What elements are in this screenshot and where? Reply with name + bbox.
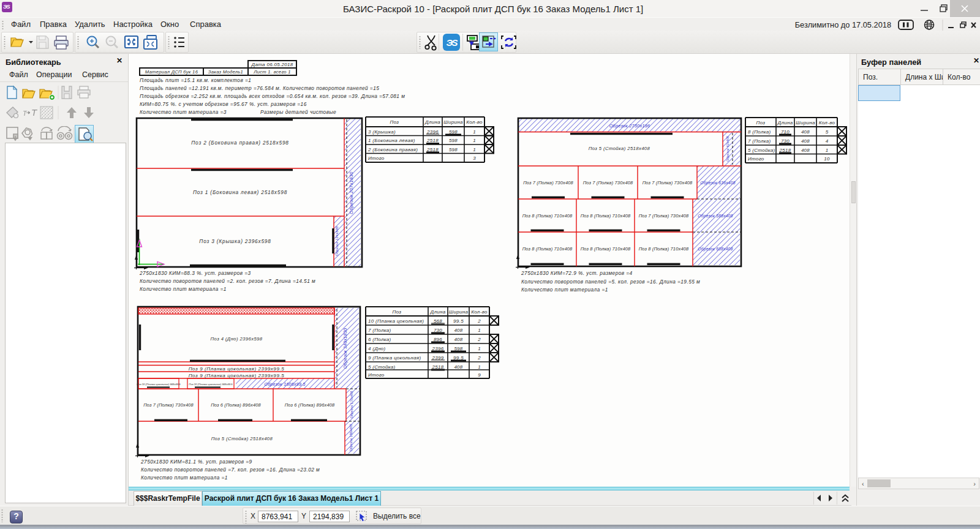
svg-text:Количество поворотов панелей =: Количество поворотов панелей =2. кол. ре… bbox=[140, 278, 315, 284]
svg-text:408: 408 bbox=[801, 138, 810, 144]
svg-text:Обрезок 608х408: Обрезок 608х408 bbox=[698, 247, 733, 252]
svg-text:Поз 8 (Полка) 710х408: Поз 8 (Полка) 710х408 bbox=[581, 213, 631, 219]
svg-text:ЭS: ЭS bbox=[447, 37, 458, 48]
svg-text:Количество плит материала =1: Количество плит материала =1 bbox=[140, 286, 227, 292]
svg-text:Кол-во: Кол-во bbox=[819, 120, 835, 126]
svg-text:Обрезок 636х408: Обрезок 636х408 bbox=[700, 181, 736, 186]
svg-text:Поз 8 (Полка) 710х408: Поз 8 (Полка) 710х408 bbox=[522, 213, 573, 219]
svg-text:730: 730 bbox=[781, 138, 790, 144]
svg-text:Кол-во: Кол-во bbox=[471, 309, 488, 315]
svg-text:5 (Стойка): 5 (Стойка) bbox=[748, 148, 775, 153]
svg-text:598: 598 bbox=[454, 346, 462, 351]
svg-text:2: 2 bbox=[477, 355, 481, 361]
svg-text:1: 1 bbox=[478, 328, 481, 333]
svg-text:9 (Планка цокольная): 9 (Планка цокольная) bbox=[368, 355, 421, 361]
svg-text:1: 1 bbox=[473, 147, 476, 152]
svg-text:Обрезок 134х598: Обрезок 134х598 bbox=[335, 226, 339, 256]
svg-text:1: 1 bbox=[473, 138, 476, 143]
svg-text:Обрезок 186х408: Обрезок 186х408 bbox=[349, 424, 353, 452]
svg-text:2518: 2518 bbox=[432, 364, 444, 370]
svg-text:Обрезок 1606х99.5: Обрезок 1606х99.5 bbox=[264, 382, 305, 387]
svg-text:7 (Полка): 7 (Полка) bbox=[748, 138, 771, 144]
svg-text:896: 896 bbox=[434, 337, 442, 342]
svg-text:Поз 2 (Боковина правая) 2518х5: Поз 2 (Боковина правая) 2518х598 bbox=[191, 140, 288, 146]
svg-text:Поз 6 (Полка) 896х408: Поз 6 (Полка) 896х408 bbox=[211, 402, 261, 408]
svg-text:2: 2 bbox=[477, 337, 481, 342]
svg-text:Длина: Длина bbox=[777, 120, 793, 126]
svg-text:Поз 7 (Полка) 730х408: Поз 7 (Полка) 730х408 bbox=[643, 180, 693, 186]
svg-text:Поз 7 (Полка) 730х408: Поз 7 (Полка) 730х408 bbox=[583, 180, 633, 186]
svg-text:Поз 7 (Полка) 730х408: Поз 7 (Полка) 730х408 bbox=[639, 213, 689, 219]
svg-text:1 (Боковина левая): 1 (Боковина левая) bbox=[368, 138, 415, 143]
svg-text:Обрезок 207х1830: Обрезок 207х1830 bbox=[349, 171, 354, 214]
svg-text:Поз 6 (Полка) 896х408: Поз 6 (Полка) 896х408 bbox=[285, 402, 335, 408]
svg-text:Ширина: Ширина bbox=[449, 309, 469, 315]
svg-text:Поз 8 (Полка) 710х408: Поз 8 (Полка) 710х408 bbox=[581, 246, 631, 252]
svg-text:Материал ДСП бук 16: Материал ДСП бук 16 bbox=[145, 69, 198, 75]
svg-text:10 (Планка цокольная): 10 (Планка цокольная) bbox=[368, 318, 424, 324]
svg-text:Кол-во: Кол-во bbox=[466, 119, 483, 125]
svg-text:2750х1830 КИМ=88.3 %. уст. раз: 2750х1830 КИМ=88.3 %. уст. размеров =3 bbox=[139, 270, 251, 276]
svg-text:730: 730 bbox=[434, 328, 442, 333]
svg-text:Количество плит материала =1: Количество плит материала =1 bbox=[521, 287, 608, 293]
svg-text:Количество плит материала =1: Количество плит материала =1 bbox=[141, 475, 228, 481]
svg-text:4: 4 bbox=[826, 138, 829, 144]
svg-text:Поз 8 (Полка) 710х408: Поз 8 (Полка) 710х408 bbox=[522, 246, 573, 252]
svg-text:598: 598 bbox=[449, 138, 458, 143]
svg-text:Площадь обрезков =2.252 кв.м.: Площадь обрезков =2.252 кв.м. площадь вс… bbox=[140, 93, 405, 99]
svg-text:2396: 2396 bbox=[426, 129, 439, 135]
svg-text:Поз 10 (Планка цокольная) 568х: Поз 10 (Планка цокольная) 568х99.5 bbox=[189, 383, 233, 386]
svg-text:408: 408 bbox=[454, 328, 462, 333]
svg-text:598: 598 bbox=[449, 147, 458, 152]
svg-text:1: 1 bbox=[478, 364, 481, 370]
svg-text:99.5: 99.5 bbox=[453, 355, 464, 361]
svg-text:2399: 2399 bbox=[432, 355, 444, 361]
svg-text:408: 408 bbox=[801, 148, 810, 153]
svg-text:568: 568 bbox=[434, 318, 442, 324]
svg-text:T: T bbox=[31, 107, 38, 118]
svg-text:Поз: Поз bbox=[393, 309, 402, 315]
svg-text:Количество поворотов панелей =: Количество поворотов панелей =7. кол. ре… bbox=[141, 467, 320, 473]
svg-text:Длина: Длина bbox=[424, 119, 440, 125]
svg-text:Обрезок 588х408: Обрезок 588х408 bbox=[698, 214, 733, 219]
svg-text:2750х1830 КИМ=81.1 %. уст. раз: 2750х1830 КИМ=81.1 %. уст. размеров =9 bbox=[140, 459, 252, 465]
svg-text:Количество поворотов панелей =: Количество поворотов панелей =5. кол. ре… bbox=[521, 279, 700, 285]
svg-text:3: 3 bbox=[473, 156, 476, 161]
svg-text:2: 2 bbox=[477, 318, 481, 324]
svg-text:T: T bbox=[23, 110, 28, 117]
svg-text:Дата 06.05.2018: Дата 06.05.2018 bbox=[251, 62, 293, 67]
svg-text:2750х1830 КИМ=72.9 %. уст. раз: 2750х1830 КИМ=72.9 %. уст. размеров =4 bbox=[521, 270, 633, 276]
svg-text:Лист 1. всего 1: Лист 1. всего 1 bbox=[253, 69, 291, 75]
svg-text:408: 408 bbox=[454, 364, 462, 370]
svg-text:Поз 10 (Планка цокольная) 568х: Поз 10 (Планка цокольная) 568х99.5 bbox=[137, 383, 181, 386]
svg-text:Длина: Длина bbox=[430, 309, 446, 315]
svg-text:408: 408 bbox=[801, 129, 810, 135]
svg-text:Поз: Поз bbox=[756, 120, 766, 126]
svg-text:6 (Полка): 6 (Полка) bbox=[368, 337, 391, 342]
svg-text:Итого: Итого bbox=[748, 156, 764, 162]
svg-text:1: 1 bbox=[478, 346, 481, 351]
svg-text:Площадь панелей =12.191 кв.м.: Площадь панелей =12.191 кв.м. периметр =… bbox=[140, 85, 379, 91]
svg-text:Поз 9 (Планка цокольная) 2399х: Поз 9 (Планка цокольная) 2399х99.5 bbox=[189, 366, 285, 372]
svg-text:1: 1 bbox=[826, 148, 829, 153]
svg-text:2518: 2518 bbox=[779, 148, 791, 153]
svg-text:Поз 3 (Крышка) 2396х598: Поз 3 (Крышка) 2396х598 bbox=[199, 238, 271, 244]
svg-text:2396: 2396 bbox=[432, 346, 444, 351]
svg-text:Размеры деталей чистовые: Размеры деталей чистовые bbox=[260, 109, 336, 115]
svg-text:9: 9 bbox=[478, 372, 481, 378]
svg-text:Площадь плит =15.1 кв.м. компл: Площадь плит =15.1 кв.м. комплектов =1 bbox=[140, 77, 251, 83]
svg-text:408: 408 bbox=[454, 337, 462, 342]
svg-text:2518: 2518 bbox=[426, 147, 439, 152]
svg-text:8 (Полка): 8 (Полка) bbox=[748, 129, 771, 135]
svg-text:Обрезок 340х1830: Обрезок 340х1830 bbox=[342, 328, 348, 369]
svg-text:5: 5 bbox=[826, 129, 829, 135]
svg-text:1: 1 bbox=[473, 129, 476, 135]
svg-text:Ширина: Ширина bbox=[443, 119, 463, 125]
svg-text:10: 10 bbox=[824, 156, 830, 162]
svg-text:7 (Полка): 7 (Полка) bbox=[368, 328, 391, 333]
svg-text:710: 710 bbox=[781, 129, 790, 135]
svg-text:Поз 4 (Дно) 2396х598: Поз 4 (Дно) 2396х598 bbox=[211, 336, 263, 342]
svg-text:3 (Крышка): 3 (Крышка) bbox=[368, 129, 396, 135]
svg-text:Обрезок 42х408: Обрезок 42х408 bbox=[726, 136, 729, 162]
svg-text:5 (Стойка): 5 (Стойка) bbox=[368, 364, 396, 370]
